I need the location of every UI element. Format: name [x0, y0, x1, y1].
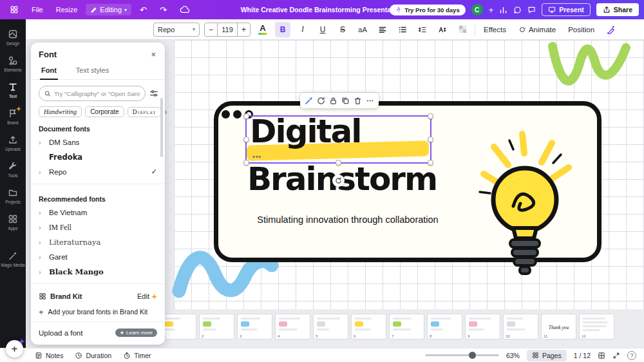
font-family-selector[interactable]: Repo ▾ — [153, 23, 200, 37]
file-menu[interactable]: File — [27, 4, 48, 15]
duration-button[interactable]: Duration — [75, 352, 111, 359]
brand-kit-edit-button[interactable]: Edit — [137, 292, 157, 300]
help-button[interactable]: ? — [627, 351, 636, 360]
font-row-im-fell[interactable]: › IM Fell — [31, 220, 165, 234]
text-color-button[interactable]: A — [255, 22, 270, 37]
upload-font-button[interactable]: Upload a font Learn more — [31, 321, 165, 345]
grid-view-icon[interactable] — [598, 352, 605, 359]
chat-icon[interactable] — [527, 6, 536, 14]
document-title[interactable]: White Creative Doodle Brainstorming Pres… — [241, 6, 404, 14]
canva-home-icon[interactable] — [5, 3, 23, 16]
zoom-slider[interactable] — [425, 354, 499, 356]
list-button[interactable] — [395, 22, 410, 37]
font-search-input[interactable] — [54, 90, 140, 97]
font-row-fredoka[interactable]: Fredoka — [31, 149, 165, 164]
font-row-literaturnaya[interactable]: › Literaturnaya — [31, 234, 165, 249]
magic-edit-icon[interactable] — [304, 95, 314, 106]
resize-button[interactable]: Resize — [52, 4, 82, 15]
page-thumbnail-10[interactable]: 10 — [503, 314, 538, 339]
letter-spacing-button[interactable] — [435, 22, 450, 37]
page-thumbnail-6[interactable]: 6 — [351, 314, 386, 339]
effects-button[interactable]: Effects — [480, 23, 510, 36]
page-thumbnail-2[interactable]: 2 — [199, 314, 234, 339]
duplicate-icon[interactable] — [341, 95, 351, 106]
pages-toggle-button[interactable]: Pages — [527, 350, 567, 361]
line-spacing-button[interactable] — [415, 22, 430, 37]
font-size-decrease-button[interactable]: − — [205, 23, 217, 36]
page-thumbnail-1[interactable]: 1 — [161, 314, 196, 339]
sidebar-item-apps[interactable]: Apps — [0, 211, 26, 234]
sidebar-item-tools[interactable]: Tools — [0, 158, 26, 182]
more-options-icon[interactable]: ••• — [252, 153, 261, 160]
chevron-right-icon[interactable]: › — [39, 253, 46, 261]
slide-subtitle[interactable]: Stimulating innovation through collabora… — [247, 214, 449, 225]
font-size-value[interactable]: 119 — [217, 23, 238, 36]
lightbulb-doodle[interactable] — [475, 128, 576, 282]
chip-corporate[interactable]: Corporate — [85, 106, 124, 117]
transparency-icon[interactable] — [455, 22, 470, 37]
resize-handle[interactable] — [428, 160, 433, 166]
text-selection-box[interactable] — [245, 115, 431, 164]
animate-button[interactable]: Animate — [515, 23, 560, 36]
font-row-dm-sans[interactable]: › DM Sans — [31, 135, 165, 149]
copy-style-icon[interactable] — [603, 22, 618, 37]
editing-mode-button[interactable]: Editing ▾ — [86, 4, 131, 15]
sidebar-item-uploads[interactable]: Uploads — [0, 131, 26, 155]
add-brand-fonts-button[interactable]: + Add your brand fonts in Brand Kit — [31, 304, 165, 319]
delete-icon[interactable] — [353, 95, 363, 106]
position-button[interactable]: Position — [564, 23, 598, 36]
page-thumbnail-9[interactable]: 9 — [465, 314, 500, 339]
page-thumbnail-7[interactable]: 7 — [389, 314, 424, 339]
more-options-icon[interactable] — [365, 95, 375, 106]
learn-more-badge[interactable]: Learn more — [115, 329, 157, 337]
text-case-button[interactable]: aA — [355, 22, 370, 37]
chip-handwriting[interactable]: Handwriting — [39, 106, 82, 117]
chevron-right-icon[interactable]: › — [39, 238, 46, 246]
underline-button[interactable]: U — [315, 22, 330, 37]
chevron-right-icon[interactable]: › — [39, 168, 46, 176]
present-button[interactable]: Present — [542, 3, 591, 16]
sidebar-item-elements[interactable]: Elements — [0, 52, 26, 76]
sidebar-item-text[interactable]: Text — [0, 79, 26, 102]
chevron-right-icon[interactable]: › — [39, 224, 46, 231]
chevron-right-icon[interactable]: › — [164, 108, 167, 117]
resize-handle[interactable] — [428, 113, 433, 119]
chevron-right-icon[interactable]: › — [39, 138, 46, 146]
sidebar-item-magic-media[interactable]: Magic Media — [0, 247, 26, 271]
add-member-button[interactable]: + — [489, 5, 494, 15]
text-align-button[interactable] — [375, 22, 390, 37]
brand-kit-row[interactable]: Brand Kit Edit — [31, 289, 165, 304]
font-row-be-vietnam[interactable]: › Be Vietnam — [31, 205, 165, 220]
font-row-garet[interactable]: › Garet — [31, 249, 165, 264]
quick-add-button[interactable]: + — [6, 340, 23, 357]
chevron-right-icon[interactable]: › — [39, 268, 46, 276]
notes-button[interactable]: Notes — [35, 352, 63, 359]
font-row-black-mango[interactable]: › Black Mango — [31, 264, 165, 279]
avatar[interactable]: C — [471, 4, 483, 15]
sidebar-item-brand[interactable]: Brand — [0, 105, 26, 129]
italic-button[interactable]: I — [295, 22, 310, 37]
insights-icon[interactable] — [499, 6, 507, 14]
rotate-handle[interactable] — [332, 175, 345, 187]
lock-icon[interactable] — [328, 95, 339, 106]
zoom-slider-knob[interactable] — [469, 352, 476, 359]
green-squiggle-doodle[interactable] — [546, 36, 644, 97]
chevron-right-icon[interactable]: › — [39, 209, 46, 216]
close-icon[interactable]: × — [149, 50, 157, 59]
page-thumbnail-5[interactable]: 5 — [313, 314, 348, 339]
resize-handle[interactable] — [243, 160, 249, 166]
fullscreen-icon[interactable] — [612, 352, 620, 359]
scrollbar[interactable] — [160, 98, 163, 157]
font-size-increase-button[interactable]: + — [238, 23, 250, 36]
timer-button[interactable]: Timer — [123, 352, 151, 359]
chip-display[interactable]: Display — [128, 107, 162, 117]
sidebar-item-design[interactable]: Design — [0, 26, 26, 50]
bold-button[interactable]: B — [275, 22, 290, 37]
share-button[interactable]: Share — [596, 3, 639, 16]
page-thumbnail-8[interactable]: 8 — [427, 314, 462, 339]
resize-handle[interactable] — [428, 137, 433, 142]
filter-icon[interactable] — [149, 89, 158, 98]
resize-handle[interactable] — [243, 137, 249, 142]
strikethrough-button[interactable]: S — [335, 22, 350, 37]
sidebar-item-projects[interactable]: Projects — [0, 184, 26, 208]
